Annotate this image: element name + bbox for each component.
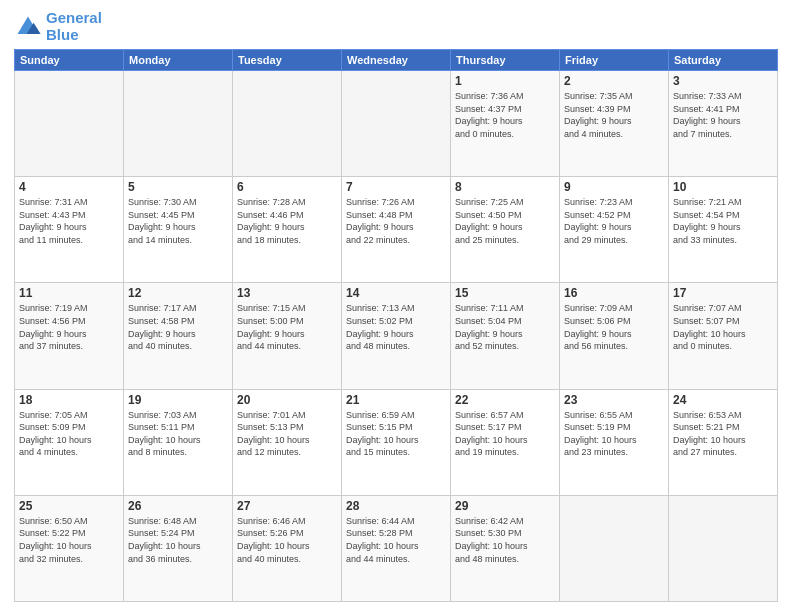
- calendar-cell: 10Sunrise: 7:21 AM Sunset: 4:54 PM Dayli…: [669, 177, 778, 283]
- calendar-cell: [669, 495, 778, 601]
- day-info: Sunrise: 7:28 AM Sunset: 4:46 PM Dayligh…: [237, 196, 337, 246]
- calendar-cell: 12Sunrise: 7:17 AM Sunset: 4:58 PM Dayli…: [124, 283, 233, 389]
- calendar-cell: [15, 71, 124, 177]
- calendar-header-sunday: Sunday: [15, 50, 124, 71]
- day-info: Sunrise: 7:07 AM Sunset: 5:07 PM Dayligh…: [673, 302, 773, 352]
- calendar-cell: 14Sunrise: 7:13 AM Sunset: 5:02 PM Dayli…: [342, 283, 451, 389]
- day-info: Sunrise: 7:13 AM Sunset: 5:02 PM Dayligh…: [346, 302, 446, 352]
- calendar-cell: 23Sunrise: 6:55 AM Sunset: 5:19 PM Dayli…: [560, 389, 669, 495]
- day-info: Sunrise: 7:21 AM Sunset: 4:54 PM Dayligh…: [673, 196, 773, 246]
- day-info: Sunrise: 6:55 AM Sunset: 5:19 PM Dayligh…: [564, 409, 664, 459]
- calendar-week-0: 1Sunrise: 7:36 AM Sunset: 4:37 PM Daylig…: [15, 71, 778, 177]
- calendar-cell: 11Sunrise: 7:19 AM Sunset: 4:56 PM Dayli…: [15, 283, 124, 389]
- calendar-cell: 9Sunrise: 7:23 AM Sunset: 4:52 PM Daylig…: [560, 177, 669, 283]
- calendar-header-monday: Monday: [124, 50, 233, 71]
- day-info: Sunrise: 6:53 AM Sunset: 5:21 PM Dayligh…: [673, 409, 773, 459]
- day-info: Sunrise: 7:19 AM Sunset: 4:56 PM Dayligh…: [19, 302, 119, 352]
- day-number: 26: [128, 499, 228, 513]
- day-number: 21: [346, 393, 446, 407]
- day-number: 4: [19, 180, 119, 194]
- day-number: 15: [455, 286, 555, 300]
- calendar-cell: [342, 71, 451, 177]
- calendar-cell: 15Sunrise: 7:11 AM Sunset: 5:04 PM Dayli…: [451, 283, 560, 389]
- day-info: Sunrise: 6:46 AM Sunset: 5:26 PM Dayligh…: [237, 515, 337, 565]
- day-number: 22: [455, 393, 555, 407]
- day-info: Sunrise: 6:50 AM Sunset: 5:22 PM Dayligh…: [19, 515, 119, 565]
- logo: General Blue: [14, 10, 102, 43]
- day-number: 7: [346, 180, 446, 194]
- day-number: 20: [237, 393, 337, 407]
- calendar-cell: 8Sunrise: 7:25 AM Sunset: 4:50 PM Daylig…: [451, 177, 560, 283]
- calendar-table: SundayMondayTuesdayWednesdayThursdayFrid…: [14, 49, 778, 602]
- calendar-week-4: 25Sunrise: 6:50 AM Sunset: 5:22 PM Dayli…: [15, 495, 778, 601]
- day-number: 29: [455, 499, 555, 513]
- calendar-cell: 4Sunrise: 7:31 AM Sunset: 4:43 PM Daylig…: [15, 177, 124, 283]
- day-info: Sunrise: 7:03 AM Sunset: 5:11 PM Dayligh…: [128, 409, 228, 459]
- calendar-cell: 1Sunrise: 7:36 AM Sunset: 4:37 PM Daylig…: [451, 71, 560, 177]
- day-number: 14: [346, 286, 446, 300]
- day-info: Sunrise: 7:11 AM Sunset: 5:04 PM Dayligh…: [455, 302, 555, 352]
- day-number: 9: [564, 180, 664, 194]
- day-info: Sunrise: 7:31 AM Sunset: 4:43 PM Dayligh…: [19, 196, 119, 246]
- calendar-cell: 26Sunrise: 6:48 AM Sunset: 5:24 PM Dayli…: [124, 495, 233, 601]
- page: General Blue SundayMondayTuesdayWednesda…: [0, 0, 792, 612]
- calendar-cell: [124, 71, 233, 177]
- calendar-cell: 6Sunrise: 7:28 AM Sunset: 4:46 PM Daylig…: [233, 177, 342, 283]
- calendar-header-saturday: Saturday: [669, 50, 778, 71]
- calendar-cell: 16Sunrise: 7:09 AM Sunset: 5:06 PM Dayli…: [560, 283, 669, 389]
- day-info: Sunrise: 6:57 AM Sunset: 5:17 PM Dayligh…: [455, 409, 555, 459]
- day-number: 10: [673, 180, 773, 194]
- calendar-header-thursday: Thursday: [451, 50, 560, 71]
- calendar-cell: 7Sunrise: 7:26 AM Sunset: 4:48 PM Daylig…: [342, 177, 451, 283]
- day-info: Sunrise: 7:01 AM Sunset: 5:13 PM Dayligh…: [237, 409, 337, 459]
- day-number: 27: [237, 499, 337, 513]
- day-info: Sunrise: 7:25 AM Sunset: 4:50 PM Dayligh…: [455, 196, 555, 246]
- day-info: Sunrise: 7:05 AM Sunset: 5:09 PM Dayligh…: [19, 409, 119, 459]
- day-number: 24: [673, 393, 773, 407]
- day-info: Sunrise: 6:44 AM Sunset: 5:28 PM Dayligh…: [346, 515, 446, 565]
- day-info: Sunrise: 6:59 AM Sunset: 5:15 PM Dayligh…: [346, 409, 446, 459]
- calendar-cell: 13Sunrise: 7:15 AM Sunset: 5:00 PM Dayli…: [233, 283, 342, 389]
- calendar-cell: 18Sunrise: 7:05 AM Sunset: 5:09 PM Dayli…: [15, 389, 124, 495]
- day-info: Sunrise: 7:30 AM Sunset: 4:45 PM Dayligh…: [128, 196, 228, 246]
- calendar-cell: 25Sunrise: 6:50 AM Sunset: 5:22 PM Dayli…: [15, 495, 124, 601]
- day-number: 18: [19, 393, 119, 407]
- calendar-cell: 19Sunrise: 7:03 AM Sunset: 5:11 PM Dayli…: [124, 389, 233, 495]
- logo-text: General Blue: [46, 10, 102, 43]
- calendar-cell: 22Sunrise: 6:57 AM Sunset: 5:17 PM Dayli…: [451, 389, 560, 495]
- calendar-cell: 28Sunrise: 6:44 AM Sunset: 5:28 PM Dayli…: [342, 495, 451, 601]
- day-info: Sunrise: 7:17 AM Sunset: 4:58 PM Dayligh…: [128, 302, 228, 352]
- calendar-header-tuesday: Tuesday: [233, 50, 342, 71]
- calendar-cell: 21Sunrise: 6:59 AM Sunset: 5:15 PM Dayli…: [342, 389, 451, 495]
- calendar-cell: 3Sunrise: 7:33 AM Sunset: 4:41 PM Daylig…: [669, 71, 778, 177]
- day-number: 25: [19, 499, 119, 513]
- calendar-cell: 29Sunrise: 6:42 AM Sunset: 5:30 PM Dayli…: [451, 495, 560, 601]
- calendar-header-wednesday: Wednesday: [342, 50, 451, 71]
- day-number: 1: [455, 74, 555, 88]
- calendar-week-3: 18Sunrise: 7:05 AM Sunset: 5:09 PM Dayli…: [15, 389, 778, 495]
- calendar-week-2: 11Sunrise: 7:19 AM Sunset: 4:56 PM Dayli…: [15, 283, 778, 389]
- day-number: 12: [128, 286, 228, 300]
- day-number: 17: [673, 286, 773, 300]
- day-info: Sunrise: 7:23 AM Sunset: 4:52 PM Dayligh…: [564, 196, 664, 246]
- day-number: 28: [346, 499, 446, 513]
- calendar-cell: [560, 495, 669, 601]
- day-number: 13: [237, 286, 337, 300]
- day-number: 19: [128, 393, 228, 407]
- day-number: 23: [564, 393, 664, 407]
- calendar-cell: 27Sunrise: 6:46 AM Sunset: 5:26 PM Dayli…: [233, 495, 342, 601]
- day-number: 6: [237, 180, 337, 194]
- day-info: Sunrise: 7:09 AM Sunset: 5:06 PM Dayligh…: [564, 302, 664, 352]
- calendar-cell: 24Sunrise: 6:53 AM Sunset: 5:21 PM Dayli…: [669, 389, 778, 495]
- calendar-cell: 20Sunrise: 7:01 AM Sunset: 5:13 PM Dayli…: [233, 389, 342, 495]
- calendar-cell: [233, 71, 342, 177]
- day-number: 11: [19, 286, 119, 300]
- day-number: 3: [673, 74, 773, 88]
- day-info: Sunrise: 6:48 AM Sunset: 5:24 PM Dayligh…: [128, 515, 228, 565]
- day-info: Sunrise: 7:35 AM Sunset: 4:39 PM Dayligh…: [564, 90, 664, 140]
- calendar-week-1: 4Sunrise: 7:31 AM Sunset: 4:43 PM Daylig…: [15, 177, 778, 283]
- logo-icon: [14, 13, 42, 41]
- day-number: 8: [455, 180, 555, 194]
- day-info: Sunrise: 6:42 AM Sunset: 5:30 PM Dayligh…: [455, 515, 555, 565]
- day-number: 5: [128, 180, 228, 194]
